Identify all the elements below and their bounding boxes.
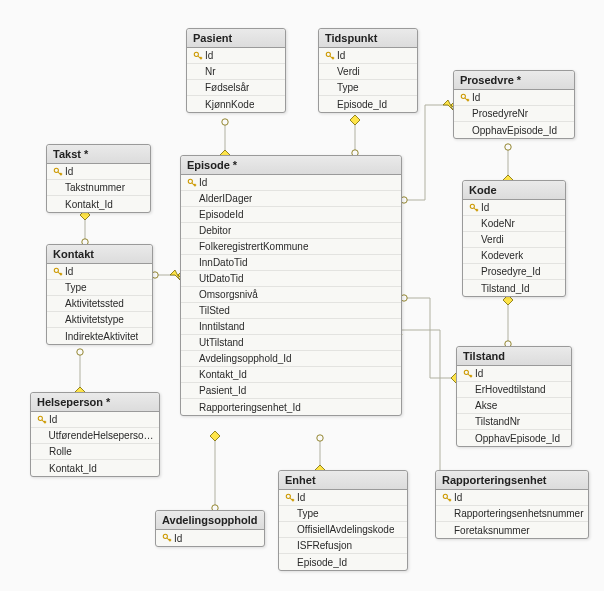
attribute-row[interactable]: Id <box>319 48 417 64</box>
entity-header[interactable]: Takst * <box>47 145 150 164</box>
attribute-row[interactable]: Kodeverk <box>463 248 565 264</box>
entity-takst[interactable]: Takst *IdTakstnummerKontakt_Id <box>46 144 151 213</box>
entity-header[interactable]: Tilstand <box>457 347 571 366</box>
attribute-row[interactable]: Fødselsår <box>187 80 285 96</box>
entity-enhet[interactable]: EnhetIdTypeOffisiellAvdelingskodeISFRefu… <box>278 470 408 571</box>
attribute-row[interactable]: Type <box>319 80 417 96</box>
key-icon <box>53 167 63 177</box>
attribute-row[interactable]: Type <box>47 280 152 296</box>
entity-tidspunkt[interactable]: TidspunktIdVerdiTypeEpisode_Id <box>318 28 418 113</box>
entity-kode[interactable]: KodeIdKodeNrVerdiKodeverkProsedyre_IdTil… <box>462 180 566 297</box>
entity-header[interactable]: Episode * <box>181 156 401 175</box>
svg-marker-15 <box>443 100 453 110</box>
attribute-row[interactable]: Id <box>47 264 152 280</box>
attribute-row[interactable]: OpphavEpisode_Id <box>457 430 571 446</box>
entity-header[interactable]: Tidspunkt <box>319 29 417 48</box>
entity-body: IdProsedyreNrOpphavEpisode_Id <box>454 90 574 138</box>
attribute-row[interactable]: ISFRefusjon <box>279 538 407 554</box>
attribute-row[interactable]: ProsedyreNr <box>454 106 574 122</box>
entity-header[interactable]: Kontakt <box>47 245 152 264</box>
attribute-row[interactable]: Id <box>31 412 159 428</box>
key-column <box>51 267 65 277</box>
attribute-row[interactable]: Rapporteringsenhet_Id <box>181 399 401 415</box>
attribute-row[interactable]: Kontakt_Id <box>181 367 401 383</box>
attribute-row[interactable]: IndirekteAktivitet <box>47 328 152 344</box>
attribute-row[interactable]: UtførendeHelsepersonell <box>31 428 159 444</box>
attribute-row[interactable]: Rapporteringsenhetsnummer <box>436 506 588 522</box>
attribute-row[interactable]: Avdelingsopphold_Id <box>181 351 401 367</box>
attribute-row[interactable]: Nr <box>187 64 285 80</box>
attribute-row[interactable]: Debitor <box>181 223 401 239</box>
attribute-row[interactable]: FolkeregistrertKommune <box>181 239 401 255</box>
attribute-row[interactable]: Verdi <box>463 232 565 248</box>
attribute-row[interactable]: TilSted <box>181 303 401 319</box>
attribute-row[interactable]: OpphavEpisode_Id <box>454 122 574 138</box>
attribute-row[interactable]: Id <box>187 48 285 64</box>
attribute-row[interactable]: Rolle <box>31 444 159 460</box>
attribute-row[interactable]: Akse <box>457 398 571 414</box>
key-column <box>51 167 65 177</box>
attribute-name: Type <box>297 508 319 519</box>
entity-episode[interactable]: Episode *IdAlderIDagerEpisodeIdDebitorFo… <box>180 155 402 416</box>
attribute-row[interactable]: EpisodeId <box>181 207 401 223</box>
key-column <box>160 533 174 543</box>
attribute-row[interactable]: Kontakt_Id <box>47 196 150 212</box>
attribute-row[interactable]: Id <box>181 175 401 191</box>
attribute-row[interactable]: Kontakt_Id <box>31 460 159 476</box>
attribute-row[interactable]: Id <box>156 530 264 546</box>
attribute-row[interactable]: UtTilstand <box>181 335 401 351</box>
attribute-row[interactable]: Id <box>436 490 588 506</box>
attribute-name: Tilstand_Id <box>481 283 530 294</box>
entity-header[interactable]: Enhet <box>279 471 407 490</box>
attribute-row[interactable]: Id <box>454 90 574 106</box>
attribute-row[interactable]: ErHovedtilstand <box>457 382 571 398</box>
attribute-row[interactable]: TilstandNr <box>457 414 571 430</box>
attribute-row[interactable]: Type <box>279 506 407 522</box>
attribute-row[interactable]: Episode_Id <box>279 554 407 570</box>
key-column <box>467 203 481 213</box>
entity-header[interactable]: Kode <box>463 181 565 200</box>
attribute-row[interactable]: KodeNr <box>463 216 565 232</box>
attribute-row[interactable]: AlderIDager <box>181 191 401 207</box>
entity-header[interactable]: Pasient <box>187 29 285 48</box>
attribute-name: Kodeverk <box>481 250 523 261</box>
attribute-row[interactable]: OffisiellAvdelingskode <box>279 522 407 538</box>
attribute-row[interactable]: KjønnKode <box>187 96 285 112</box>
attribute-row[interactable]: Omsorgsnivå <box>181 287 401 303</box>
entity-header[interactable]: Prosedvre * <box>454 71 574 90</box>
attribute-name: Id <box>454 492 462 503</box>
attribute-name: Id <box>49 414 57 425</box>
attribute-row[interactable]: Pasient_Id <box>181 383 401 399</box>
attribute-row[interactable]: Aktivitetssted <box>47 296 152 312</box>
svg-point-37 <box>163 534 167 538</box>
svg-point-31 <box>470 204 474 208</box>
entity-kontakt[interactable]: KontaktIdTypeAktivitetsstedAktivitetstyp… <box>46 244 153 345</box>
attribute-row[interactable]: Episode_Id <box>319 96 417 112</box>
attribute-row[interactable]: Foretaksnummer <box>436 522 588 538</box>
entity-rapporteringsenhet[interactable]: RapporteringsenhetIdRapporteringsenhetsn… <box>435 470 589 539</box>
entity-helseperson[interactable]: Helseperson *IdUtførendeHelsepersonellRo… <box>30 392 160 477</box>
entity-header[interactable]: Rapporteringsenhet <box>436 471 588 490</box>
attribute-row[interactable]: Id <box>279 490 407 506</box>
attribute-row[interactable]: Inntilstand <box>181 319 401 335</box>
attribute-row[interactable]: Takstnummer <box>47 180 150 196</box>
entity-avdelingsopphold[interactable]: AvdelingsoppholdId <box>155 510 265 547</box>
attribute-name: Avdelingsopphold_Id <box>199 353 292 364</box>
entity-body: IdNrFødselsårKjønnKode <box>187 48 285 112</box>
attribute-row[interactable]: Id <box>47 164 150 180</box>
attribute-row[interactable]: Id <box>457 366 571 382</box>
entity-prosedvre[interactable]: Prosedvre *IdProsedyreNrOpphavEpisode_Id <box>453 70 575 139</box>
attribute-row[interactable]: InnDatoTid <box>181 255 401 271</box>
attribute-row[interactable]: Prosedyre_Id <box>463 264 565 280</box>
attribute-row[interactable]: Tilstand_Id <box>463 280 565 296</box>
attribute-row[interactable]: Verdi <box>319 64 417 80</box>
entity-pasient[interactable]: PasientIdNrFødselsårKjønnKode <box>186 28 286 113</box>
entity-header[interactable]: Avdelingsopphold <box>156 511 264 530</box>
entity-tilstand[interactable]: TilstandIdErHovedtilstandAkseTilstandNrO… <box>456 346 572 447</box>
attribute-row[interactable]: Aktivitetstype <box>47 312 152 328</box>
attribute-name: Debitor <box>199 225 231 236</box>
entity-header[interactable]: Helseperson * <box>31 393 159 412</box>
attribute-row[interactable]: UtDatoTid <box>181 271 401 287</box>
key-column <box>458 93 472 103</box>
attribute-row[interactable]: Id <box>463 200 565 216</box>
